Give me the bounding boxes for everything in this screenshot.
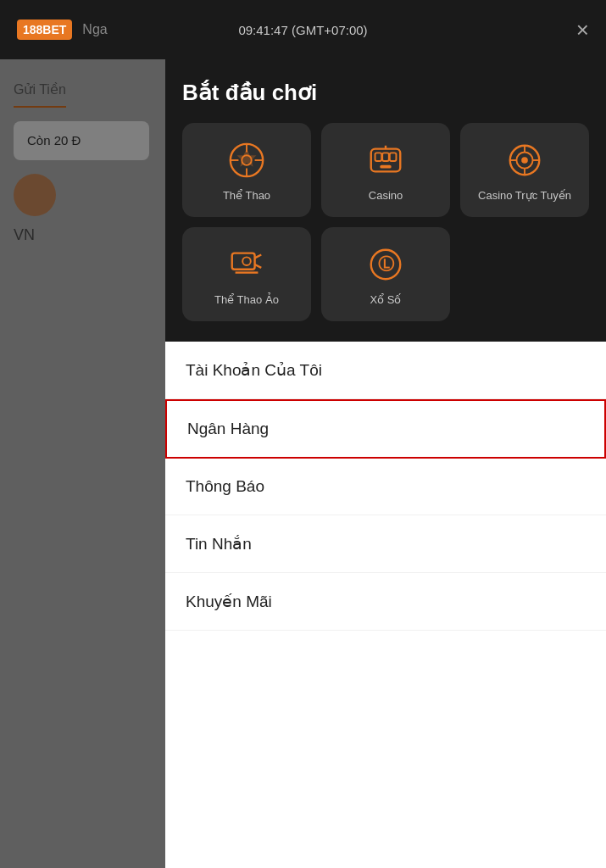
- top-bar-nav: Nga: [82, 22, 107, 37]
- casino-live-icon: [504, 140, 545, 181]
- svg-rect-8: [375, 153, 382, 161]
- svg-point-19: [521, 157, 528, 164]
- virtual-sports-icon: [226, 244, 267, 285]
- top-bar: 188BET Nga 09:41:47 (GMT+07:00) ×: [0, 0, 606, 59]
- game-grid: Thể Thao Casino: [182, 123, 589, 321]
- game-section: Bắt đầu chơi Thể Thao: [165, 59, 606, 342]
- menu-item-tai-khoan[interactable]: Tài Khoản Của Tôi: [165, 342, 606, 399]
- game-label-the-thao-ao: Thể Thao Ảo: [214, 293, 279, 308]
- svg-rect-11: [380, 165, 391, 169]
- svg-rect-9: [382, 153, 389, 161]
- game-label-xo-so: Xổ Số: [370, 293, 402, 308]
- lottery-icon: Ⓛ: [365, 244, 406, 285]
- soccer-icon: [226, 140, 267, 181]
- menu-item-thong-bao[interactable]: Thông Báo: [165, 459, 606, 515]
- section-title: Bắt đầu chơi: [182, 80, 589, 106]
- game-card-casino[interactable]: Casino: [321, 123, 450, 217]
- left-overlay-dim: [0, 59, 165, 868]
- svg-rect-10: [390, 153, 397, 161]
- drawer-panel: Bắt đầu chơi Thể Thao: [165, 59, 606, 868]
- game-label-the-thao: Thể Thao: [223, 189, 270, 203]
- game-card-the-thao-ao[interactable]: Thể Thao Ảo: [182, 227, 311, 321]
- game-card-casino-truc-tuyen[interactable]: Casino Trực Tuyến: [460, 123, 589, 217]
- top-bar-left: 188BET Nga: [17, 19, 108, 40]
- game-label-casino-truc-tuyen: Casino Trực Tuyến: [478, 189, 571, 203]
- svg-point-24: [242, 257, 251, 265]
- logo-badge: 188BET: [17, 19, 72, 40]
- game-label-casino: Casino: [369, 189, 403, 203]
- top-bar-time: 09:41:47 (GMT+07:00): [238, 23, 367, 37]
- game-card-the-thao[interactable]: Thể Thao: [182, 123, 311, 217]
- menu-item-ngan-hang[interactable]: Ngân Hàng: [165, 399, 606, 459]
- game-card-xo-so[interactable]: Ⓛ Xổ Số: [321, 227, 450, 321]
- close-button[interactable]: ×: [576, 19, 589, 41]
- menu-item-tin-nhan[interactable]: Tin Nhắn: [165, 515, 606, 573]
- menu-item-khuyen-mai[interactable]: Khuyến Mãi: [165, 573, 606, 631]
- menu-section: Tài Khoản Của Tôi Ngân Hàng Thông Báo Ti…: [165, 342, 606, 631]
- slot-icon: [365, 140, 406, 181]
- svg-text:Ⓛ: Ⓛ: [378, 255, 395, 273]
